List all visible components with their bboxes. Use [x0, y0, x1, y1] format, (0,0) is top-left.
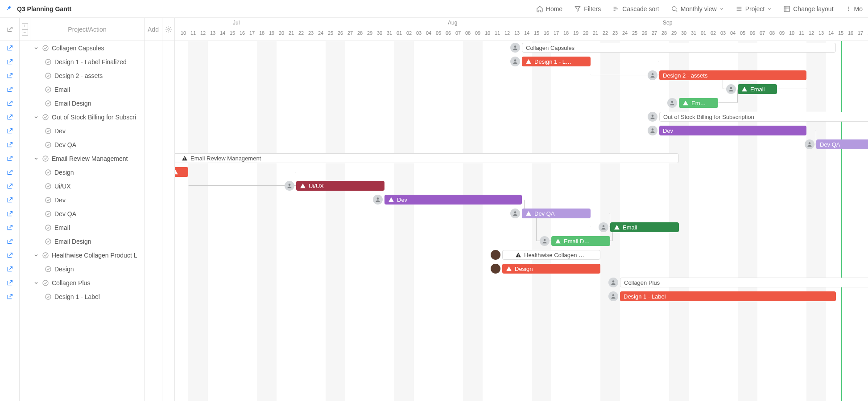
- tree-item[interactable]: Design: [20, 262, 144, 276]
- tree-item[interactable]: Email Design: [20, 96, 144, 110]
- filters-button[interactable]: Filters: [574, 5, 601, 12]
- tree-item[interactable]: Design: [20, 165, 144, 179]
- assignee-avatar[interactable]: [599, 222, 608, 232]
- external-link-icon[interactable]: [6, 26, 13, 33]
- row-link[interactable]: [0, 262, 19, 276]
- tree-item[interactable]: Email: [20, 221, 144, 234]
- assignee-avatar[interactable]: [510, 209, 520, 218]
- bar-label: Dev QA: [820, 141, 840, 148]
- gantt-bar[interactable]: Email: [610, 222, 679, 232]
- tree-item[interactable]: Design 2 - assets: [20, 69, 144, 82]
- gantt-bar[interactable]: Design: [502, 264, 600, 274]
- chevron-down-icon[interactable]: [33, 115, 39, 120]
- gantt-bar[interactable]: Dev QA: [816, 139, 868, 149]
- assignee-avatar[interactable]: [608, 291, 618, 301]
- assignee-avatar[interactable]: [648, 112, 657, 122]
- gantt-bar[interactable]: Email Review Management: [175, 153, 679, 163]
- gantt-bar[interactable]: Collagen Capsules: [522, 43, 836, 53]
- row-link[interactable]: [0, 110, 19, 124]
- row-link[interactable]: [0, 290, 19, 303]
- row-link[interactable]: [0, 96, 19, 110]
- tree-item[interactable]: Dev QA: [20, 138, 144, 151]
- gantt-bar[interactable]: Email: [738, 84, 777, 94]
- gantt-bar[interactable]: Design 1 - L…: [522, 57, 591, 66]
- status-check-icon: [45, 293, 52, 300]
- tree-group[interactable]: Out of Stock Billing for Subscri: [20, 110, 144, 124]
- row-link[interactable]: [0, 69, 19, 82]
- row-link[interactable]: [0, 151, 19, 165]
- chevron-down-icon[interactable]: [33, 156, 39, 161]
- row-link[interactable]: [0, 82, 19, 96]
- tree-group[interactable]: Healthwise Collagen Product L: [20, 248, 144, 262]
- tree-item[interactable]: Dev: [20, 193, 144, 207]
- tree-item[interactable]: Email: [20, 82, 144, 96]
- svg-point-28: [730, 87, 732, 89]
- gantt-bar[interactable]: [175, 167, 188, 177]
- gantt-bar[interactable]: Design 1 - Label: [620, 291, 836, 301]
- assignee-avatar[interactable]: [540, 236, 550, 246]
- row-link[interactable]: [0, 41, 19, 55]
- gantt-bar[interactable]: Healthwise Collagen …: [502, 250, 600, 260]
- change-layout-button[interactable]: Change layout: [783, 5, 833, 12]
- project-select[interactable]: Project: [736, 5, 772, 12]
- row-link[interactable]: [0, 221, 19, 234]
- row-link[interactable]: [0, 248, 19, 262]
- tree-item[interactable]: Dev QA: [20, 207, 144, 221]
- assignee-avatar[interactable]: [510, 43, 520, 53]
- home-button[interactable]: Home: [536, 5, 562, 12]
- more-button[interactable]: Mo: [845, 5, 863, 12]
- gantt-bar[interactable]: Dev QA: [522, 209, 591, 218]
- row-link[interactable]: [0, 165, 19, 179]
- row-link[interactable]: [0, 276, 19, 290]
- day-label: 10: [178, 30, 188, 36]
- row-link[interactable]: [0, 207, 19, 221]
- assignee-avatar[interactable]: [491, 264, 500, 274]
- assignee-avatar[interactable]: [726, 84, 736, 94]
- gantt-bar[interactable]: Ui/UX: [296, 181, 384, 191]
- gantt-bar[interactable]: Design 2 - assets: [659, 70, 806, 80]
- gantt-bar[interactable]: Dev: [659, 126, 806, 135]
- chevron-down-icon[interactable]: [33, 280, 39, 286]
- tree-item[interactable]: Design 1 - Label: [20, 290, 144, 303]
- assignee-avatar[interactable]: [510, 57, 520, 66]
- tree-group[interactable]: Email Review Management: [20, 151, 144, 165]
- assignee-avatar[interactable]: [491, 250, 500, 260]
- add-button[interactable]: Add: [145, 18, 162, 41]
- warning-icon: [515, 252, 521, 258]
- row-link[interactable]: [0, 55, 19, 69]
- day-label: 14: [826, 30, 836, 36]
- expand-collapse-all[interactable]: +−: [20, 18, 30, 41]
- assignee-avatar[interactable]: [285, 181, 294, 191]
- day-label: 07: [757, 30, 767, 36]
- tree-item[interactable]: Email Design: [20, 234, 144, 248]
- gantt-bar[interactable]: Collagen Plus: [620, 278, 868, 287]
- gear-icon[interactable]: [162, 18, 174, 41]
- pin-icon[interactable]: [5, 4, 12, 13]
- day-label: 25: [630, 30, 640, 36]
- tree-item[interactable]: Dev: [20, 124, 144, 138]
- tree-group[interactable]: Collagen Capsules: [20, 41, 144, 55]
- chevron-down-icon[interactable]: [33, 45, 39, 51]
- assignee-avatar[interactable]: [648, 70, 657, 80]
- gantt-bar[interactable]: Out of Stock Billing for Subscription: [659, 112, 868, 122]
- assignee-avatar[interactable]: [805, 139, 814, 149]
- row-link[interactable]: [0, 234, 19, 248]
- gantt-area[interactable]: JulAugSep 910111213141516171819202122232…: [175, 18, 868, 401]
- assignee-avatar[interactable]: [667, 98, 677, 108]
- gantt-bar[interactable]: Em…: [679, 98, 718, 108]
- assignee-avatar[interactable]: [648, 126, 657, 135]
- row-link[interactable]: [0, 124, 19, 138]
- tree-group[interactable]: Collagen Plus: [20, 276, 144, 290]
- row-link[interactable]: [0, 193, 19, 207]
- gantt-bar[interactable]: Email D…: [551, 236, 610, 246]
- cascade-sort-button[interactable]: Cascade sort: [612, 5, 659, 12]
- chevron-down-icon[interactable]: [33, 253, 39, 258]
- gantt-bar[interactable]: Dev: [384, 195, 522, 205]
- row-link[interactable]: [0, 179, 19, 193]
- tree-item[interactable]: Ui/UX: [20, 179, 144, 193]
- assignee-avatar[interactable]: [373, 195, 383, 205]
- tree-item[interactable]: Design 1 - Label Finalized: [20, 55, 144, 69]
- row-link[interactable]: [0, 138, 19, 151]
- view-select[interactable]: Monthly view: [671, 5, 724, 12]
- assignee-avatar[interactable]: [608, 278, 618, 287]
